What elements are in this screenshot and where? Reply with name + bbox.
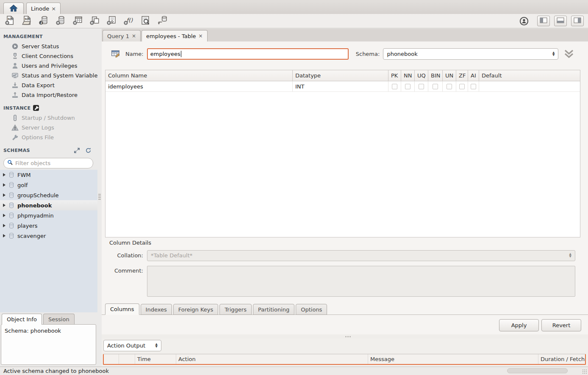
sidebar-bottom-tabs: Object Info Session — [0, 312, 97, 325]
output-column-header[interactable] — [104, 354, 119, 364]
grid-column-header[interactable]: Default — [479, 70, 580, 81]
expander-arrow-icon[interactable] — [3, 214, 6, 217]
toolbar-left-group: SQLSQLif() — [4, 16, 168, 27]
horizontal-scrollbar-thumb[interactable] — [507, 368, 568, 373]
grid-column-header[interactable]: NN — [401, 70, 415, 81]
sidebar-bottom-panel: Object Info Session Schema: phonebook — [0, 312, 97, 367]
column-flag-checkbox[interactable] — [392, 84, 397, 89]
default-cell[interactable] — [479, 81, 580, 92]
sidebar-item[interactable]: Users and Privileges — [0, 61, 97, 71]
grid-column-header[interactable]: Datatype — [293, 70, 388, 81]
name-label: Name: — [125, 51, 144, 57]
column-flag-checkbox[interactable] — [433, 84, 438, 89]
splitter-grip[interactable] — [345, 336, 352, 338]
output-column-header[interactable]: Message — [368, 354, 538, 364]
expander-arrow-icon[interactable] — [3, 183, 6, 187]
schema-icon — [8, 222, 15, 229]
sidebar-item[interactable]: Options File — [0, 132, 97, 142]
column-name-cell[interactable]: idemployees — [105, 81, 293, 92]
toggle-right-panel-button[interactable] — [571, 16, 584, 26]
server-status-icon — [11, 43, 19, 50]
toggle-bottom-panel-button[interactable] — [554, 16, 567, 26]
splitter-grip[interactable] — [98, 194, 101, 200]
editor-bottom-tab[interactable]: Columns — [105, 303, 139, 315]
editor-tab[interactable]: Query 1 × — [103, 30, 141, 41]
datatype-cell[interactable]: INT — [293, 81, 388, 92]
schema-item[interactable]: groupSchedule — [0, 190, 97, 200]
dbl-chevron-down-icon[interactable] — [563, 49, 574, 58]
close-icon[interactable]: × — [132, 33, 136, 39]
output-column-header[interactable] — [119, 354, 135, 364]
sidebar-item[interactable]: Data Export — [0, 80, 97, 90]
expander-arrow-icon[interactable] — [3, 204, 6, 207]
wrench-badge-icon — [33, 105, 39, 111]
column-flag-checkbox[interactable] — [447, 84, 452, 89]
schema-item[interactable]: phpmyadmin — [0, 210, 97, 221]
column-flag-checkbox[interactable] — [471, 84, 476, 89]
schema-select[interactable]: phonebook ▲▼ — [383, 48, 558, 60]
refresh-icon[interactable] — [85, 147, 92, 154]
toggle-left-panel-button[interactable] — [537, 16, 550, 26]
grid-column-header[interactable]: AI — [468, 70, 479, 81]
output-column-header[interactable]: Action — [176, 354, 368, 364]
resize-grip-icon[interactable] — [582, 369, 587, 374]
grid-column-header[interactable]: UN — [443, 70, 456, 81]
schema-filter-input[interactable] — [15, 160, 89, 166]
editor-bottom-tab[interactable]: Indexes — [141, 304, 172, 315]
editor-bottom-tab[interactable]: Foreign Keys — [173, 304, 219, 315]
schema-item[interactable]: golf — [0, 180, 97, 190]
output-type-select[interactable]: Action Output ▲▼ — [103, 340, 161, 351]
output-column-header[interactable]: Duration / Fetch — [538, 354, 585, 364]
server-logs-icon — [11, 124, 19, 131]
connection-tab-label: Linode — [31, 6, 49, 12]
expander-arrow-icon[interactable] — [3, 234, 6, 237]
apply-button[interactable]: Apply — [499, 319, 539, 331]
column-flag-checkbox[interactable] — [405, 84, 410, 89]
expander-arrow-icon[interactable] — [3, 173, 6, 176]
sidebar-item[interactable]: Server Logs — [0, 123, 97, 132]
table-form-row: Name: employees Schema: phonebook ▲▼ — [111, 47, 584, 61]
revert-button[interactable]: Revert — [541, 319, 581, 331]
home-tab[interactable] — [3, 3, 24, 14]
panel-right-icon — [574, 17, 581, 25]
grid-column-header[interactable]: ZF — [456, 70, 468, 81]
close-icon[interactable]: × — [51, 6, 56, 12]
user-circle-icon[interactable] — [519, 17, 529, 26]
grid-column-header[interactable]: PK — [388, 70, 401, 81]
sidebar-item[interactable]: Server Status — [0, 41, 97, 51]
table-name-input[interactable]: employees — [147, 48, 349, 60]
grid-column-header[interactable]: Column Name — [105, 70, 293, 81]
spinner-arrows-icon: ▲▼ — [155, 343, 158, 348]
output-column-header[interactable]: Time — [135, 354, 176, 364]
connection-tab[interactable]: Linode × — [26, 3, 61, 14]
sidebar-item[interactable]: Client Connections — [0, 51, 97, 61]
schema-item-label: scavenger — [17, 233, 46, 239]
grid-column-header[interactable]: UQ — [415, 70, 428, 81]
expand-icon[interactable] — [74, 147, 80, 154]
comment-row: Comment: — [109, 266, 575, 297]
schema-item[interactable]: FWM — [0, 170, 97, 180]
output-splitter[interactable] — [102, 334, 588, 339]
expander-arrow-icon[interactable] — [3, 224, 6, 227]
grid-column-header[interactable]: BIN — [428, 70, 443, 81]
sidebar-splitter[interactable] — [97, 29, 102, 367]
sidebar-bottom-tab[interactable]: Session — [43, 314, 75, 325]
sidebar-item-label: Server Status — [22, 43, 59, 50]
editor-tab[interactable]: employees - Table × — [141, 30, 208, 41]
schema-item[interactable]: scavenger — [0, 231, 97, 241]
editor-bottom-tab[interactable]: Options — [296, 304, 327, 315]
sidebar-item[interactable]: Data Import/Restore — [0, 90, 97, 100]
grid-row[interactable]: idemployees INT — [105, 81, 580, 92]
schema-item[interactable]: players — [0, 221, 97, 231]
column-flag-checkbox[interactable] — [419, 84, 424, 89]
sidebar-item[interactable]: Status and System Variables — [0, 71, 97, 80]
sidebar-bottom-tab[interactable]: Object Info — [2, 314, 42, 325]
client-connections-icon — [11, 52, 19, 60]
column-flag-checkbox[interactable] — [459, 84, 465, 89]
editor-bottom-tab[interactable]: Triggers — [219, 304, 252, 315]
sidebar-item[interactable]: Startup / Shutdown — [0, 113, 97, 123]
expander-arrow-icon[interactable] — [3, 193, 6, 197]
close-icon[interactable]: × — [199, 33, 203, 39]
schema-item[interactable]: phonebook — [0, 200, 97, 210]
editor-bottom-tab[interactable]: Partitioning — [253, 304, 294, 315]
